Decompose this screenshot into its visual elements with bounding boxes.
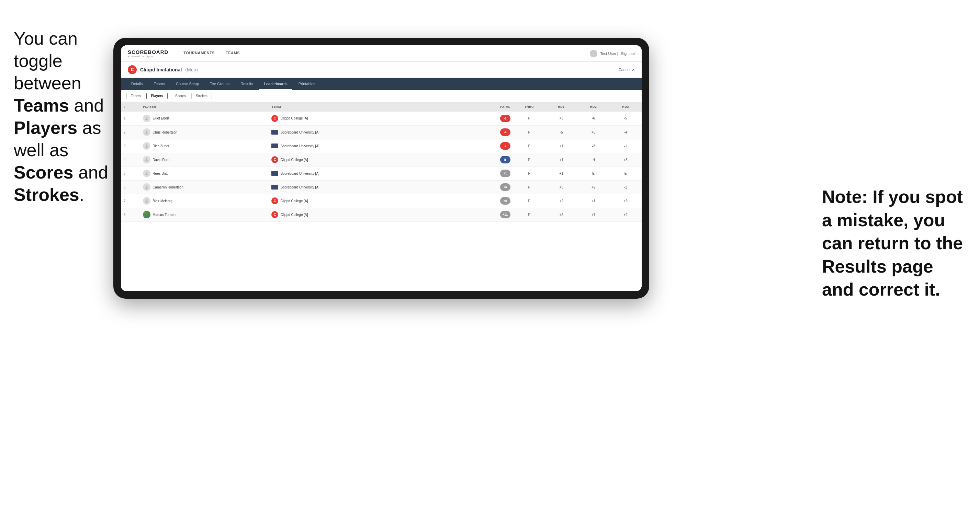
- table-row[interactable]: 7Blair McHargCClippd College [A]+8F+2+1+…: [121, 194, 642, 208]
- cell-rank: 2: [121, 125, 140, 139]
- avatar: [143, 197, 150, 205]
- cell-thru: F: [513, 208, 546, 221]
- cancel-button[interactable]: Cancel ✕: [619, 68, 635, 72]
- table-row[interactable]: 6Cameron RobertsonScoreboard University …: [121, 180, 642, 194]
- score-badge: +1: [500, 170, 511, 177]
- cell-player: Marcus Turners: [140, 208, 269, 221]
- cell-rd2: -4: [578, 153, 610, 167]
- tournament-gender: (Men): [185, 67, 198, 73]
- col-header-total: TOTAL: [462, 102, 513, 111]
- toggle-bar: Teams Players Scores Strokes: [121, 90, 642, 102]
- toggle-scores[interactable]: Scores: [171, 93, 190, 99]
- col-header-player: PLAYER: [140, 102, 269, 111]
- score-badge: +11: [500, 211, 511, 218]
- cell-player: Blair McHarg: [140, 194, 269, 208]
- cell-rd3: -5: [609, 111, 642, 125]
- cell-rd2: +5: [578, 125, 610, 139]
- team-name: Clippd College [A]: [280, 158, 308, 162]
- nav-right: Test User | Sign out: [590, 50, 635, 57]
- cell-rd1: +2: [545, 194, 578, 208]
- col-header-rd2: RD2: [578, 102, 610, 111]
- team-logo-icon: C: [271, 115, 278, 122]
- players-table: # PLAYER TEAM TOTAL THRU RD1 RD2 RD3 1El…: [121, 102, 642, 222]
- team-name: Clippd College [A]: [280, 199, 308, 203]
- cell-total: -8: [462, 111, 513, 125]
- cell-total: -2: [462, 139, 513, 153]
- toggle-teams[interactable]: Teams: [126, 93, 145, 99]
- cell-rd1: +2: [545, 208, 578, 221]
- svg-point-3: [146, 144, 148, 146]
- cell-thru: F: [513, 125, 546, 139]
- scoreboard-logo: SCOREBOARD Powered by clippd: [128, 49, 168, 58]
- team-logo-icon: [271, 143, 278, 148]
- cell-team: Scoreboard University [A]: [269, 139, 461, 153]
- tab-course-setup[interactable]: Course Setup: [171, 78, 204, 90]
- table-row[interactable]: 8Marcus TurnersCClippd College [A]+11F+2…: [121, 208, 642, 221]
- cell-rd1: -5: [545, 125, 578, 139]
- table-row[interactable]: 2Chris RobertsonScoreboard University [A…: [121, 125, 642, 139]
- cell-rd1: +1: [545, 167, 578, 180]
- avatar: [143, 142, 150, 150]
- cell-thru: F: [513, 111, 546, 125]
- cell-thru: F: [513, 194, 546, 208]
- score-badge: +8: [500, 197, 511, 205]
- toggle-strokes[interactable]: Strokes: [191, 93, 212, 99]
- table-row[interactable]: 1Elliot EbertCClippd College [A]-8F+3-6-…: [121, 111, 642, 125]
- score-badge: -4: [500, 129, 511, 136]
- tab-results[interactable]: Results: [235, 78, 258, 90]
- cell-rd3: -1: [609, 139, 642, 153]
- table-row[interactable]: 4David FordCClippd College [A]EF+1-4+3: [121, 153, 642, 167]
- col-header-team: TEAM: [269, 102, 461, 111]
- right-annotation: Note: If you spot a mistake, you can ret…: [822, 186, 966, 302]
- cell-player: Elliot Ebert: [140, 111, 269, 125]
- table-row[interactable]: 5Rees BrittScoreboard University [A]+1F+…: [121, 167, 642, 180]
- logo-sub-text: Powered by clippd: [128, 55, 168, 58]
- cell-team: Scoreboard University [A]: [269, 180, 461, 194]
- cell-total: +8: [462, 194, 513, 208]
- tournament-header: C Clippd Invitational (Men) Cancel ✕: [121, 62, 642, 78]
- team-name: Clippd College [A]: [280, 116, 308, 120]
- tablet-screen: SCOREBOARD Powered by clippd TOURNAMENTS…: [121, 45, 642, 291]
- cell-player: Cameron Robertson: [140, 180, 269, 194]
- cell-rd3: +6: [609, 194, 642, 208]
- tab-details[interactable]: Details: [126, 78, 148, 90]
- team-name: Clippd College [A]: [280, 213, 308, 217]
- toggle-players[interactable]: Players: [146, 93, 168, 99]
- nav-tournaments[interactable]: TOURNAMENTS: [178, 45, 220, 62]
- cell-thru: F: [513, 153, 546, 167]
- logo-main-text: SCOREBOARD: [128, 49, 168, 55]
- player-name: Rees Britt: [153, 171, 168, 175]
- cell-rd2: +2: [578, 180, 610, 194]
- tab-teams[interactable]: Teams: [149, 78, 170, 90]
- tab-leaderboards[interactable]: Leaderboards: [259, 78, 292, 90]
- svg-point-2: [146, 130, 148, 132]
- cell-rd2: +7: [578, 208, 610, 221]
- player-name: Elliot Ebert: [153, 116, 169, 120]
- score-badge: +6: [500, 183, 511, 191]
- col-header-rd3: RD3: [609, 102, 642, 111]
- top-nav: SCOREBOARD Powered by clippd TOURNAMENTS…: [121, 45, 642, 62]
- tab-tee-groups[interactable]: Tee Groups: [205, 78, 234, 90]
- nav-teams[interactable]: TEAMS: [220, 45, 245, 62]
- cell-rd2: E: [578, 167, 610, 180]
- svg-point-6: [146, 186, 148, 187]
- team-name: Scoreboard University [A]: [280, 130, 319, 134]
- cell-rank: 4: [121, 153, 140, 167]
- cell-thru: F: [513, 139, 546, 153]
- team-name: Scoreboard University [A]: [280, 186, 319, 189]
- table-row[interactable]: 3Rich ButlerScoreboard University [A]-2F…: [121, 139, 642, 153]
- avatar: [143, 115, 150, 122]
- score-badge: -2: [500, 142, 511, 150]
- team-name: Scoreboard University [A]: [280, 171, 319, 175]
- cell-rank: 5: [121, 167, 140, 180]
- tab-printables[interactable]: Printables: [294, 78, 320, 90]
- cell-rank: 8: [121, 208, 140, 221]
- team-logo-icon: [271, 130, 278, 135]
- player-name: David Ford: [153, 158, 169, 162]
- cell-rd3: E: [609, 167, 642, 180]
- cell-total: +6: [462, 180, 513, 194]
- team-logo-icon: C: [271, 156, 278, 163]
- tournament-name: Clippd Invitational: [140, 67, 182, 73]
- sign-out-link[interactable]: Sign out: [621, 51, 635, 56]
- cell-player: Rees Britt: [140, 167, 269, 180]
